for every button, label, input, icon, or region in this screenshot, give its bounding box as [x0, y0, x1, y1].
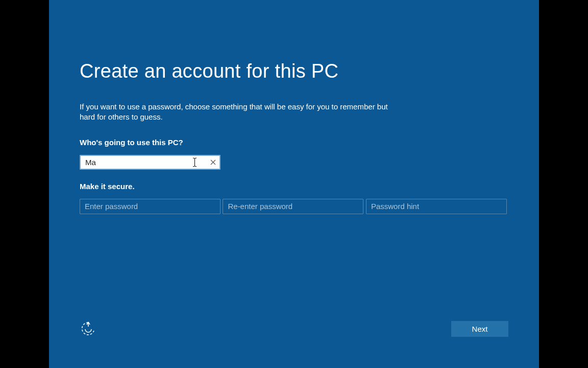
page-title: Create an account for this PC — [80, 60, 508, 82]
password-section-label: Make it secure. — [80, 182, 508, 191]
password-input[interactable] — [80, 199, 220, 214]
ease-of-access-icon — [80, 320, 96, 337]
next-button[interactable]: Next — [451, 321, 508, 337]
clear-username-button[interactable] — [208, 157, 218, 167]
bottom-bar: Next — [49, 320, 539, 337]
ease-of-access-button[interactable] — [80, 320, 97, 337]
close-icon — [210, 159, 216, 165]
username-input[interactable] — [80, 155, 220, 170]
username-field-wrap — [80, 155, 220, 170]
page-description: If you want to use a password, choose so… — [80, 102, 396, 123]
reenter-password-input[interactable] — [223, 199, 363, 214]
content-area: Create an account for this PC If you wan… — [49, 0, 539, 220]
setup-screen: Create an account for this PC If you wan… — [49, 0, 539, 368]
username-section-label: Who's going to use this PC? — [80, 138, 508, 147]
password-hint-input[interactable] — [366, 199, 507, 214]
